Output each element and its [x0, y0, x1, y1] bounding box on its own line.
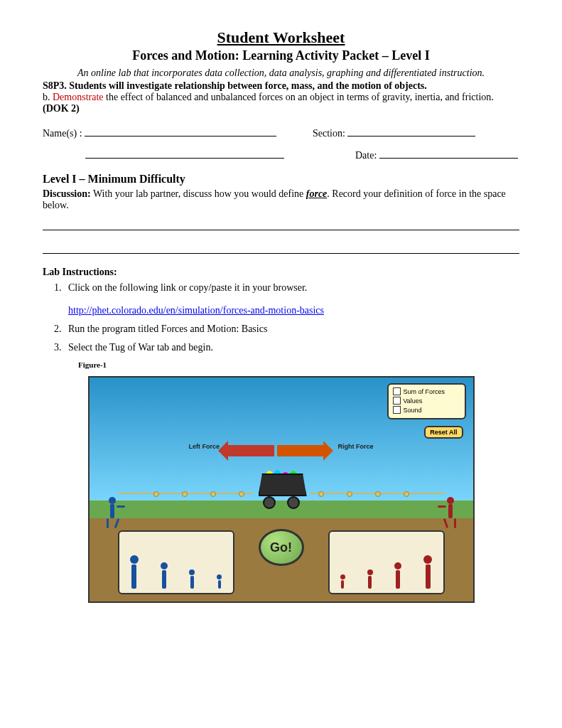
left-arrow-icon: [228, 445, 274, 456]
rope-knot: [210, 491, 216, 497]
lab-step-2: Run the program titled Forces and Motion…: [64, 323, 519, 335]
rope-knot: [375, 491, 381, 497]
right-force-label: Right Force: [337, 443, 373, 450]
simulation-figure: Sum of Forces Values Sound Reset All Lef…: [88, 376, 475, 603]
names-blank[interactable]: [85, 126, 276, 136]
lab-step-1-text: Click on the following link or copy/past…: [68, 282, 307, 293]
red-puller[interactable]: [394, 562, 401, 589]
blue-puller[interactable]: [217, 574, 222, 589]
answer-blank-1[interactable]: [43, 217, 519, 230]
rope-knot: [318, 491, 324, 497]
discussion-pre: With your lab partner, discuss how you w…: [91, 188, 306, 199]
sim-link[interactable]: http://phet.colorado.edu/en/simulation/f…: [68, 305, 324, 316]
red-puller[interactable]: [423, 555, 432, 589]
red-puller[interactable]: [340, 574, 345, 589]
left-force-label: Left Force: [189, 443, 220, 450]
lab-step-1: Click on the following link or copy/past…: [64, 282, 519, 316]
rope-knot: [239, 491, 244, 497]
rope-knot: [347, 491, 352, 497]
rope-knot: [153, 491, 159, 497]
rope-knot: [182, 491, 188, 497]
cart-body: [259, 473, 307, 496]
date-blank[interactable]: [379, 148, 518, 159]
red-team-box: [328, 530, 445, 594]
doc-tagline: An online lab that incorporates data col…: [43, 68, 519, 79]
option-label: Values: [404, 397, 423, 405]
option-values[interactable]: Values: [393, 397, 460, 405]
control-panel: Sum of Forces Values Sound: [387, 383, 466, 419]
discussion-line: Discussion: With your lab partner, discu…: [43, 188, 519, 211]
discussion-term: force: [306, 188, 328, 199]
standard-code: S8P3. Students will investigate relation…: [43, 80, 427, 91]
lab-instructions-list: Click on the following link or copy/past…: [64, 282, 519, 353]
go-button[interactable]: Go!: [259, 529, 304, 566]
red-puller-large[interactable]: [442, 497, 459, 518]
reset-all-button[interactable]: Reset All: [424, 426, 463, 439]
lab-step-3: Select the Tug of War tab and begin.: [64, 342, 519, 353]
cart[interactable]: [259, 473, 304, 502]
wheel-icon: [263, 496, 276, 509]
blue-puller[interactable]: [161, 562, 168, 589]
name-section-2: Date:: [43, 148, 519, 161]
blue-puller[interactable]: [189, 569, 195, 589]
date-label: Date:: [355, 150, 377, 161]
force-arrows: [228, 440, 335, 461]
doc-subtitle: Forces and Motion: Learning Activity Pac…: [43, 48, 519, 63]
name-section: Name(s) : Section:: [43, 126, 519, 139]
checkbox-icon[interactable]: [393, 406, 401, 414]
discussion-label: Discussion:: [43, 188, 91, 199]
option-label: Sound: [404, 407, 422, 414]
checkbox-icon[interactable]: [393, 397, 401, 405]
names-blank-2[interactable]: [85, 148, 284, 159]
standard-dok: (DOK 2): [43, 103, 80, 114]
option-sound[interactable]: Sound: [393, 406, 460, 414]
section-label: Section:: [313, 128, 345, 139]
figure-label: Figure-1: [78, 360, 519, 369]
checkbox-icon[interactable]: [393, 387, 401, 395]
rope-knot: [404, 491, 409, 497]
blue-puller-large[interactable]: [104, 497, 121, 518]
right-arrow-icon: [277, 445, 323, 456]
names-label: Name(s) :: [43, 128, 82, 139]
grass-region: [90, 500, 473, 518]
standard-sub-prefix: b.: [43, 92, 53, 102]
standard-block: S8P3. Students will investigate relation…: [43, 80, 519, 114]
section-blank[interactable]: [347, 126, 475, 136]
blue-team-box: [118, 530, 234, 594]
answer-blank-2[interactable]: [43, 240, 519, 254]
lab-heading: Lab Instructions:: [43, 267, 519, 278]
standard-sub-rest: the effect of balanced and unbalanced fo…: [104, 92, 494, 102]
doc-title: Student Worksheet: [43, 28, 519, 47]
option-label: Sum of Forces: [404, 388, 445, 395]
blue-puller[interactable]: [130, 555, 139, 589]
option-sum-of-forces[interactable]: Sum of Forces: [393, 387, 460, 395]
red-puller[interactable]: [367, 569, 373, 589]
standard-highlight: Demonstrate: [53, 92, 104, 102]
level-heading: Level I – Minimum Difficulty: [43, 173, 519, 186]
wheel-icon: [287, 496, 300, 509]
